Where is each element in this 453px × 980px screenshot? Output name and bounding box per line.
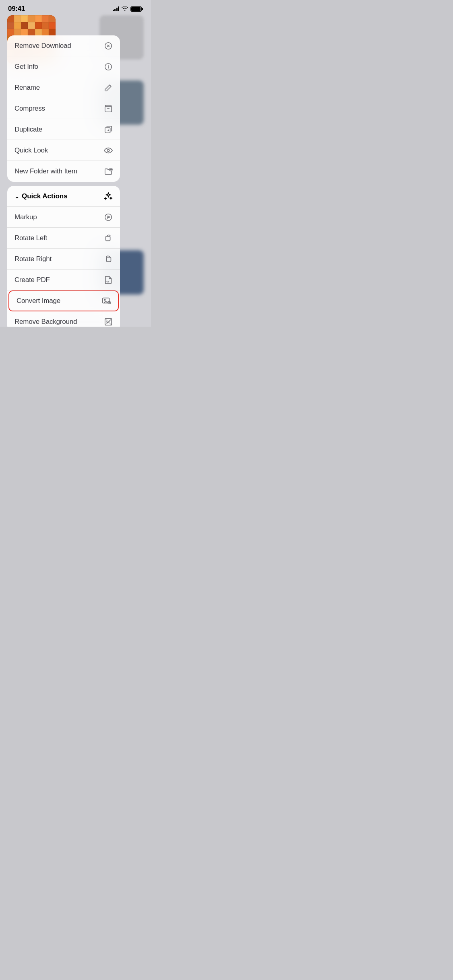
signal-icon bbox=[113, 6, 120, 11]
status-bar: 09:41 bbox=[0, 0, 151, 18]
menu-item-markup[interactable]: Markup bbox=[7, 207, 120, 228]
markup-icon bbox=[104, 213, 113, 222]
rotate-right-icon bbox=[104, 255, 113, 264]
menu-item-get-info[interactable]: Get Info bbox=[7, 56, 120, 77]
menu-item-rotate-right[interactable]: Rotate Right bbox=[7, 249, 120, 270]
menu-item-duplicate[interactable]: Duplicate bbox=[7, 119, 120, 140]
circle-info-icon bbox=[104, 62, 113, 71]
menu-item-compress[interactable]: Compress bbox=[7, 98, 120, 119]
svg-text:PDF: PDF bbox=[106, 281, 110, 283]
context-menu: Remove Download Get Info Rename Compress bbox=[7, 35, 120, 327]
menu-item-rotate-left[interactable]: Rotate Left bbox=[7, 228, 120, 249]
menu-item-new-folder-with-item[interactable]: New Folder with Item bbox=[7, 161, 120, 182]
svg-rect-8 bbox=[106, 257, 111, 261]
quick-actions-header[interactable]: ⌄ Quick Actions bbox=[7, 186, 120, 207]
archive-box-icon bbox=[104, 104, 113, 113]
circle-x-icon bbox=[104, 41, 113, 50]
square-plus-icon bbox=[104, 125, 113, 134]
status-icons bbox=[113, 6, 143, 12]
svg-rect-7 bbox=[106, 236, 110, 241]
quick-actions-title: ⌄ Quick Actions bbox=[14, 192, 68, 200]
menu-item-remove-download[interactable]: Remove Download bbox=[7, 35, 120, 56]
menu-item-remove-background[interactable]: Remove Background bbox=[7, 311, 120, 327]
sparkles-icon bbox=[104, 192, 113, 201]
menu-item-create-pdf[interactable]: Create PDF PDF bbox=[7, 270, 120, 290]
svg-rect-2 bbox=[105, 106, 112, 112]
rotate-left-icon bbox=[104, 234, 113, 243]
menu-item-quick-look[interactable]: Quick Look bbox=[7, 140, 120, 161]
status-time: 09:41 bbox=[8, 5, 25, 13]
pdf-icon: PDF bbox=[104, 276, 113, 284]
eye-icon bbox=[104, 146, 113, 155]
wifi-icon bbox=[122, 6, 128, 11]
menu-item-rename[interactable]: Rename bbox=[7, 77, 120, 98]
battery-icon bbox=[130, 6, 143, 12]
convert-image-icon bbox=[102, 296, 111, 305]
folder-plus-icon bbox=[104, 167, 113, 176]
svg-point-4 bbox=[107, 149, 110, 152]
top-menu-group: Remove Download Get Info Rename Compress bbox=[7, 35, 120, 182]
svg-point-11 bbox=[104, 299, 105, 301]
quick-actions-group: ⌄ Quick Actions Markup Rotate Left bbox=[7, 186, 120, 327]
menu-item-convert-image[interactable]: Convert Image bbox=[8, 290, 119, 311]
pencil-icon bbox=[104, 83, 113, 92]
chevron-down-icon: ⌄ bbox=[14, 193, 19, 200]
remove-bg-icon bbox=[104, 317, 113, 326]
